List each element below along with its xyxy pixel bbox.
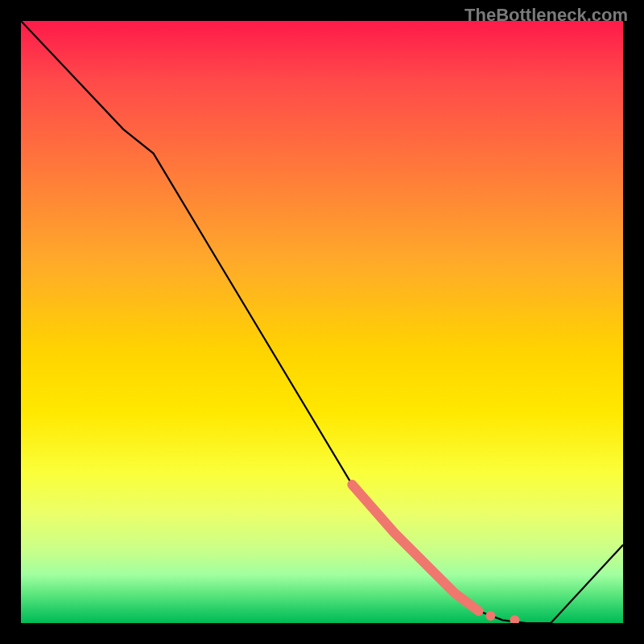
- highlight-dot: [510, 615, 519, 623]
- main-curve: [21, 21, 623, 623]
- highlight-dot: [485, 611, 495, 621]
- chart-container: TheBottleneck.com: [0, 0, 644, 644]
- chart-svg: [21, 21, 623, 623]
- highlight-dots: [485, 611, 519, 623]
- highlight-segment: [352, 485, 478, 611]
- watermark-text: TheBottleneck.com: [464, 5, 628, 26]
- plot-area: [21, 21, 623, 623]
- highlight-path: [352, 485, 478, 611]
- curve-path: [21, 21, 623, 623]
